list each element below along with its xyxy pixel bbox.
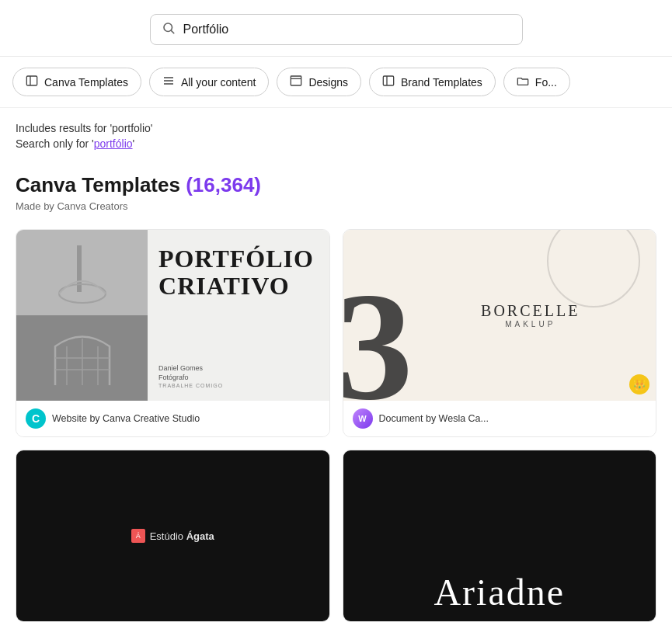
card-footer-portfolio: C Website by Canva Creative Studio [16, 401, 329, 436]
card-portfolio-content: PORTFÓLIOCRIATIVO Daniel Gomes Fotógrafo… [16, 230, 329, 401]
section-header: Canva Templates (16,364) Made by Canva C… [0, 158, 672, 217]
template-card-portfolio[interactable]: PORTFÓLIOCRIATIVO Daniel Gomes Fotógrafo… [16, 229, 330, 437]
card-agata-content: Á Estúdio Ágata [16, 450, 329, 621]
brand-templates-icon [382, 75, 395, 89]
avatar-canva: C [26, 408, 46, 429]
portfolio-author-name: Daniel Gomes [158, 364, 203, 372]
search-only-text: Search only for 'portfólio' [16, 137, 656, 150]
search-bar-container [0, 0, 672, 57]
avatar-wesla: W [353, 408, 373, 429]
tab-folders[interactable]: Fo... [503, 68, 570, 96]
portfolio-photo-bottom [16, 315, 148, 401]
canva-templates-icon [26, 75, 38, 89]
template-card-borcelle[interactable]: 3 BORCELLE MAKLUP 👑 W Document by Wesla … [343, 229, 657, 437]
template-thumbnail-portfolio: PORTFÓLIOCRIATIVO Daniel Gomes Fotógrafo… [16, 230, 329, 401]
template-card-ariadne[interactable]: Ariadne [343, 450, 657, 622]
search-only-prefix: Search only for ' [16, 137, 94, 150]
agata-logo-icon: Á [131, 529, 145, 543]
search-only-suffix: ' [133, 137, 135, 150]
agata-bold-label: Ágata [186, 530, 214, 542]
tab-canva-templates[interactable]: Canva Templates [12, 68, 141, 96]
results-info: Includes results for 'portfolio' Search … [0, 108, 672, 158]
template-thumbnail-agata: Á Estúdio Ágata [16, 450, 329, 621]
template-grid: PORTFÓLIOCRIATIVO Daniel Gomes Fotógrafo… [0, 217, 672, 634]
search-input[interactable] [183, 23, 511, 36]
includes-results-text: Includes results for 'portfolio' [16, 122, 656, 134]
tab-designs[interactable]: Designs [277, 68, 361, 96]
folders-icon [517, 75, 529, 89]
portfolio-sub: Daniel Gomes Fotógrafo [158, 363, 318, 383]
section-count: (16,364) [186, 173, 261, 196]
template-thumbnail-borcelle: 3 BORCELLE MAKLUP 👑 [343, 230, 656, 401]
template-thumbnail-ariadne: Ariadne [343, 450, 656, 621]
tab-all-content[interactable]: All your content [149, 68, 270, 96]
svg-rect-2 [26, 76, 37, 85]
all-content-icon [162, 75, 175, 89]
svg-rect-6 [383, 76, 393, 85]
portfolio-photos [16, 230, 148, 401]
tab-brand-templates[interactable]: Brand Templates [369, 68, 496, 96]
card-footer-label-portfolio: Website by Canva Creative Studio [52, 413, 200, 424]
card-borcelle-content: 3 BORCELLE MAKLUP 👑 [343, 230, 656, 401]
card-ariadne-content: Ariadne [343, 450, 656, 621]
agata-brand-text: Á Estúdio Ágata [131, 529, 214, 543]
borcelle-big-number: 3 [343, 269, 413, 401]
portfolio-right-text: PORTFÓLIOCRIATIVO Daniel Gomes Fotógrafo… [148, 230, 329, 401]
wesla-avatar-text: W [358, 414, 366, 423]
filter-tabs: Canva Templates All your content Designs… [0, 57, 672, 108]
portfolio-author-role: Fotógrafo [158, 374, 189, 381]
tab-folders-label: Fo... [535, 76, 557, 89]
card-footer-borcelle: W Document by Wesla Ca... [343, 401, 656, 436]
designs-icon [290, 75, 302, 89]
circle-decoration [547, 230, 640, 308]
search-bar [150, 14, 523, 45]
search-only-link[interactable]: portfólio [94, 137, 133, 150]
borcelle-type: MAKLUP [481, 320, 580, 328]
svg-line-1 [171, 30, 173, 33]
card-footer-label-borcelle: Document by Wesla Ca... [379, 413, 489, 424]
section-title: Canva Templates (16,364) [16, 173, 656, 197]
search-icon [162, 21, 176, 38]
tab-brand-templates-label: Brand Templates [401, 76, 482, 89]
portfolio-photo-top [16, 230, 148, 315]
template-card-agata[interactable]: Á Estúdio Ágata [16, 450, 330, 622]
agata-label: Estúdio Ágata [150, 530, 214, 542]
portfolio-author-info: Daniel Gomes Fotógrafo TRABALHE COMIGO [158, 363, 318, 388]
svg-rect-4 [291, 76, 301, 85]
section-title-text: Canva Templates [16, 173, 180, 196]
tab-canva-templates-label: Canva Templates [44, 76, 128, 89]
portfolio-cta: TRABALHE COMIGO [158, 383, 318, 388]
ariadne-title: Ariadne [433, 571, 565, 613]
crown-badge: 👑 [629, 374, 649, 394]
section-subtitle: Made by Canva Creators [16, 200, 656, 212]
tab-all-content-label: All your content [181, 76, 256, 89]
tab-designs-label: Designs [308, 76, 348, 89]
borcelle-text-block: BORCELLE MAKLUP [481, 302, 580, 328]
borcelle-brand-name: BORCELLE [481, 302, 580, 320]
portfolio-title: PORTFÓLIOCRIATIVO [158, 245, 318, 300]
